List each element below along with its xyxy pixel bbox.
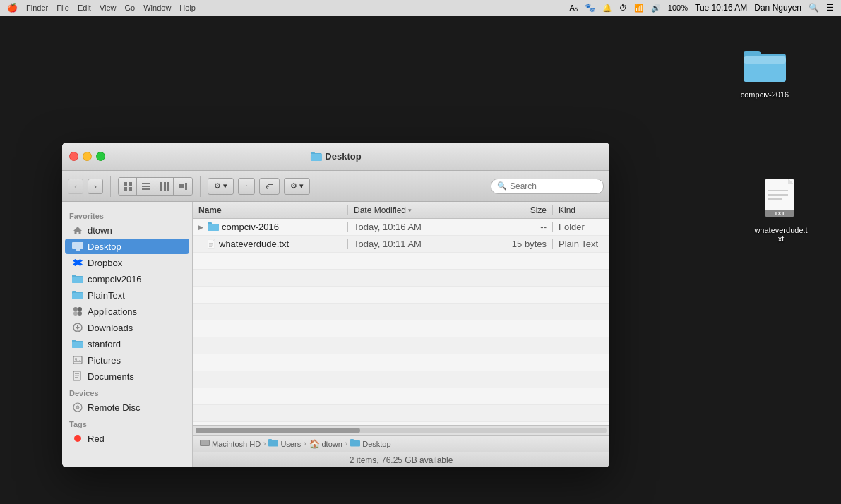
share-button[interactable]: ↑ bbox=[238, 178, 255, 195]
sidebar-item-pictures[interactable]: Pictures bbox=[65, 352, 189, 368]
folder-icon-label: compciv-2016 bbox=[741, 90, 789, 99]
svg-rect-67 bbox=[209, 246, 212, 247]
svg-rect-73 bbox=[350, 439, 354, 442]
applications-icon bbox=[72, 306, 83, 317]
edit-menu[interactable]: Edit bbox=[78, 4, 91, 12]
traffic-lights bbox=[69, 152, 105, 161]
svg-rect-65 bbox=[209, 243, 213, 244]
clock-icon: ⏱ bbox=[619, 4, 627, 12]
sidebar-item-stanford[interactable]: stanford bbox=[65, 336, 189, 352]
arrange-button[interactable]: ⚙ ▾ bbox=[208, 178, 234, 195]
svg-rect-71 bbox=[268, 439, 272, 442]
menubar-user[interactable]: Dan Nguyen bbox=[754, 3, 801, 13]
txt-icon-label: whateverdude.txt bbox=[753, 226, 809, 243]
finder-menu[interactable]: Finder bbox=[26, 4, 48, 12]
maximize-button[interactable] bbox=[96, 152, 105, 161]
breadcrumb-item-dtown[interactable]: 🏠 dtown bbox=[309, 439, 342, 449]
desktop-folder-icon[interactable]: compciv-2016 bbox=[736, 42, 793, 99]
documents-icon bbox=[72, 371, 83, 382]
file-kind-compciv: Folder bbox=[553, 222, 609, 232]
col-header-name[interactable]: Name bbox=[193, 205, 348, 215]
minimize-button[interactable] bbox=[83, 152, 92, 161]
close-button[interactable] bbox=[69, 152, 78, 161]
sidebar-item-red-tag[interactable]: Red bbox=[65, 431, 189, 446]
sidebar-item-dtown[interactable]: dtown bbox=[65, 222, 189, 238]
breadcrumb-item-desktop[interactable]: Desktop bbox=[350, 439, 390, 449]
desktop-txt-icon[interactable]: TXT whateverdude.txt bbox=[753, 178, 809, 243]
wifi-icon[interactable]: 📶 bbox=[634, 4, 644, 13]
expand-arrow[interactable]: ▶ bbox=[198, 224, 203, 231]
svg-rect-62 bbox=[208, 224, 219, 231]
share-icon: ↑ bbox=[244, 182, 249, 191]
col-header-kind[interactable]: Kind bbox=[553, 205, 609, 215]
menubar-list-icon[interactable]: ☰ bbox=[826, 3, 834, 13]
sidebar-item-applications[interactable]: Applications bbox=[65, 304, 189, 319]
scrollbar-thumb[interactable] bbox=[196, 428, 360, 433]
sidebar-item-remote-disc[interactable]: Remote Disc bbox=[65, 400, 189, 415]
breadcrumb-item-users[interactable]: Users bbox=[268, 439, 301, 449]
go-menu[interactable]: Go bbox=[125, 4, 136, 12]
sidebar-item-downloads[interactable]: Downloads bbox=[65, 320, 189, 335]
icon-view-button[interactable] bbox=[119, 178, 137, 195]
sidebar-label-downloads: Downloads bbox=[88, 323, 133, 333]
svg-rect-66 bbox=[209, 244, 213, 245]
view-menu[interactable]: View bbox=[100, 4, 117, 12]
svg-rect-22 bbox=[160, 182, 162, 191]
forward-button[interactable]: › bbox=[88, 179, 103, 194]
breadcrumb-item-hd[interactable]: Macintosh HD bbox=[200, 439, 261, 449]
table-row[interactable]: ▶ compciv-2016 Today, 10:16 AM -- Folder bbox=[193, 219, 609, 236]
list-view-button[interactable] bbox=[137, 178, 155, 195]
toolbar-sep-1 bbox=[110, 176, 111, 197]
favorites-label: Favorites bbox=[62, 208, 192, 222]
menubar-left: 🍎 Finder File Edit View Go Window Help bbox=[7, 3, 196, 13]
back-button[interactable]: ‹ bbox=[68, 179, 83, 194]
sidebar-item-documents[interactable]: Documents bbox=[65, 368, 189, 384]
svg-text:TXT: TXT bbox=[774, 210, 785, 217]
search-input[interactable] bbox=[510, 181, 597, 191]
adobe-icon: A₅ bbox=[570, 4, 578, 13]
col-header-size[interactable]: Size bbox=[489, 205, 553, 215]
notification-icon[interactable]: 🔔 bbox=[602, 4, 612, 13]
folder-icon-image bbox=[742, 42, 787, 88]
empty-row bbox=[193, 337, 609, 354]
help-menu[interactable]: Help bbox=[179, 4, 196, 12]
red-tag-icon bbox=[72, 433, 83, 444]
sidebar-item-desktop[interactable]: Desktop bbox=[65, 239, 189, 254]
volume-icon[interactable]: 🔊 bbox=[651, 4, 661, 13]
action-button[interactable]: ⚙ ▾ bbox=[284, 178, 310, 195]
home-icon bbox=[72, 224, 83, 236]
sidebar-label-plaintext: PlainText bbox=[88, 290, 125, 301]
empty-row bbox=[193, 371, 609, 388]
flow-view-button[interactable] bbox=[174, 178, 192, 195]
search-menubar-icon[interactable]: 🔍 bbox=[809, 3, 819, 13]
window-menu[interactable]: Window bbox=[143, 4, 171, 12]
dropbox-icon bbox=[72, 257, 83, 268]
sort-arrow: ▾ bbox=[408, 207, 412, 214]
svg-rect-69 bbox=[201, 440, 209, 445]
file-menu[interactable]: File bbox=[56, 4, 69, 12]
users-folder-icon bbox=[268, 439, 278, 449]
toolbar: ‹ › ⚙ ▾ bbox=[62, 171, 609, 202]
column-view-button[interactable] bbox=[155, 178, 174, 195]
svg-rect-17 bbox=[124, 187, 127, 191]
breadcrumb-users-label: Users bbox=[280, 440, 301, 448]
empty-row bbox=[193, 388, 609, 405]
file-area: Name Date Modified ▾ Size Kind bbox=[193, 202, 609, 467]
scrollbar-track[interactable] bbox=[196, 428, 607, 433]
sidebar-item-compciv2016[interactable]: compciv2016 bbox=[65, 271, 189, 287]
apple-menu[interactable]: 🍎 bbox=[7, 3, 18, 13]
toolbar-sep-2 bbox=[200, 176, 201, 197]
file-size-compciv: -- bbox=[489, 222, 553, 232]
paw-icon: 🐾 bbox=[585, 3, 595, 13]
svg-rect-26 bbox=[185, 183, 187, 190]
search-box[interactable]: 🔍 bbox=[491, 179, 604, 194]
disc-icon bbox=[72, 402, 83, 413]
col-header-modified[interactable]: Date Modified ▾ bbox=[348, 205, 489, 215]
tag-button[interactable]: 🏷 bbox=[259, 178, 280, 195]
svg-rect-19 bbox=[142, 183, 150, 184]
sidebar-item-dropbox[interactable]: Dropbox bbox=[65, 255, 189, 270]
sidebar-item-plaintext[interactable]: PlainText bbox=[65, 287, 189, 303]
file-name-cell-txt: whateverdude.txt bbox=[219, 239, 289, 249]
downloads-icon bbox=[72, 322, 83, 333]
table-row[interactable]: ▶ whateverdude.txt Today, 10:11 AM bbox=[193, 236, 609, 253]
